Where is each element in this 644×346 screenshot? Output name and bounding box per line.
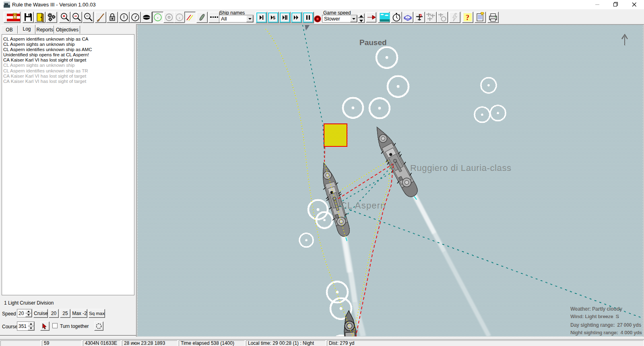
svg-text:5: 5 bbox=[273, 15, 275, 20]
svg-text:Night sighting range: 4 000 y: Night sighting range: 4 000 yds bbox=[570, 330, 642, 336]
svg-text:Ruggiero di Lauria-class: Ruggiero di Lauria-class bbox=[410, 163, 512, 173]
svg-text:Wind: Light breeze S: Wind: Light breeze S bbox=[570, 314, 619, 319]
svg-text:Day sighting range: 27 000 yd: Day sighting range: 27 000 yds bbox=[570, 322, 641, 328]
svg-text:?: ? bbox=[466, 14, 469, 22]
svg-text:Weather: Partly cloudy: Weather: Partly cloudy bbox=[570, 306, 622, 312]
svg-text:Paused: Paused bbox=[359, 38, 387, 47]
svg-text:CL Aspern: CL Aspern bbox=[341, 200, 386, 210]
svg-text:?: ? bbox=[419, 13, 422, 19]
